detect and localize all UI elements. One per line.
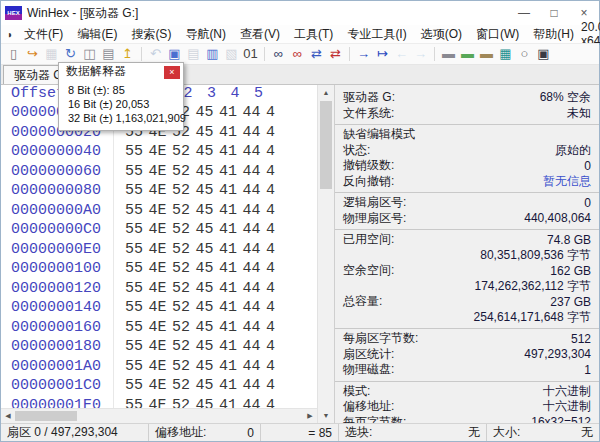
hex-byte[interactable]: 4E (149, 240, 173, 260)
horizontal-scrollbar[interactable]: ◀ ▶ (1, 408, 317, 423)
hex-byte[interactable]: 4E (149, 357, 173, 377)
hex-byte[interactable]: 45 (196, 279, 220, 299)
hex-byte[interactable]: 4E (149, 201, 173, 221)
hex-byte[interactable]: 44 (243, 181, 267, 201)
hex-byte[interactable]: 55 (125, 357, 149, 377)
hex-byte[interactable]: 44 (243, 123, 267, 143)
hex-byte[interactable]: 45 (196, 142, 220, 162)
popup-close-icon[interactable]: × (164, 66, 180, 79)
hex-byte[interactable]: 4E (149, 142, 173, 162)
hex-byte[interactable]: 44 (243, 376, 267, 396)
hex-byte[interactable]: 41 (219, 142, 243, 162)
find-hex-icon[interactable]: ∞ (288, 45, 307, 63)
copy-hex-icon[interactable]: ▧ (222, 45, 241, 63)
hex-byte[interactable]: 4E (149, 259, 173, 279)
hex-byte[interactable]: 4 (266, 318, 290, 338)
maximize-button[interactable]: □ (539, 1, 569, 25)
hex-byte[interactable]: 4 (266, 259, 290, 279)
hex-byte[interactable]: 55 (125, 298, 149, 318)
hex-byte[interactable]: 45 (196, 162, 220, 182)
binary-convert-icon[interactable]: 01 (241, 45, 260, 63)
hex-byte[interactable]: 52 (172, 396, 196, 409)
hex-byte[interactable]: 44 (243, 220, 267, 240)
disk-image-icon[interactable]: ◫ (80, 45, 99, 63)
hex-byte[interactable]: 4E (149, 318, 173, 338)
hex-byte[interactable]: 52 (172, 318, 196, 338)
hex-byte[interactable]: 44 (243, 279, 267, 299)
hex-byte[interactable]: 44 (243, 357, 267, 377)
save-icon[interactable]: ▦ (42, 45, 61, 63)
paste-write-icon[interactable]: ▤ (184, 45, 203, 63)
status-block-cell[interactable]: 选块: 无 (339, 424, 487, 441)
menu-item[interactable]: 选项(O) (414, 26, 469, 43)
hex-byte[interactable]: 4 (266, 337, 290, 357)
menu-item[interactable]: 搜索(S) (124, 26, 178, 43)
replace-text-icon[interactable]: ⇄ (307, 45, 326, 63)
hex-byte[interactable]: 55 (125, 376, 149, 396)
status-size-cell[interactable]: 大小: 无 (487, 424, 599, 441)
hex-byte[interactable]: 44 (243, 318, 267, 338)
scroll-down-icon[interactable]: ▼ (318, 408, 334, 423)
hex-byte[interactable]: 44 (243, 298, 267, 318)
hex-byte[interactable]: 55 (125, 181, 149, 201)
hex-byte[interactable]: 4 (266, 357, 290, 377)
hex-byte[interactable]: 55 (125, 220, 149, 240)
hex-byte[interactable]: 4 (266, 142, 290, 162)
hex-byte[interactable]: 4 (266, 220, 290, 240)
forward-icon[interactable]: → (411, 45, 430, 63)
hex-byte[interactable]: 41 (219, 201, 243, 221)
hex-byte[interactable]: 52 (172, 259, 196, 279)
hex-byte[interactable]: 4E (149, 279, 173, 299)
scroll-up-icon[interactable]: ▲ (318, 85, 334, 100)
hex-byte[interactable]: 45 (196, 298, 220, 318)
hex-byte[interactable]: 52 (172, 376, 196, 396)
hex-byte[interactable]: 4E (149, 337, 173, 357)
hex-byte[interactable]: 41 (219, 298, 243, 318)
hex-byte[interactable]: 52 (172, 337, 196, 357)
hex-byte[interactable]: 4E (149, 376, 173, 396)
minimize-button[interactable]: — (509, 1, 539, 25)
new-file-icon[interactable]: ▯ (4, 45, 23, 63)
hex-byte[interactable]: 55 (125, 162, 149, 182)
zoom-icon[interactable]: ○ (515, 45, 534, 63)
hex-byte[interactable]: 44 (243, 201, 267, 221)
hex-byte[interactable]: 41 (219, 357, 243, 377)
hex-byte[interactable]: 52 (172, 181, 196, 201)
hex-byte[interactable]: 4E (149, 220, 173, 240)
menu-item[interactable]: 窗口(W) (469, 26, 526, 43)
hex-byte[interactable]: 45 (196, 396, 220, 409)
hex-byte[interactable]: 4E (149, 162, 173, 182)
hex-byte[interactable]: 4 (266, 181, 290, 201)
document-menu-icon[interactable]: ◗ (7, 29, 13, 40)
hex-byte[interactable]: 45 (196, 240, 220, 260)
hex-byte[interactable]: 4 (266, 279, 290, 299)
hex-byte[interactable]: 4 (266, 201, 290, 221)
hex-byte[interactable]: 44 (243, 259, 267, 279)
copy-icon[interactable]: ▣ (165, 45, 184, 63)
hex-byte[interactable]: 41 (219, 396, 243, 409)
vscroll-thumb[interactable] (320, 101, 332, 189)
hex-byte[interactable]: 45 (196, 337, 220, 357)
hex-byte[interactable]: 52 (172, 279, 196, 299)
hex-byte[interactable]: 4E (149, 396, 173, 409)
hex-byte[interactable]: 55 (125, 259, 149, 279)
hex-byte[interactable]: 45 (196, 318, 220, 338)
snapshot-icon[interactable]: ▣ (534, 45, 553, 63)
hex-byte[interactable]: 55 (125, 279, 149, 299)
scroll-right-icon[interactable]: ▶ (303, 409, 317, 423)
hex-byte[interactable]: 41 (219, 240, 243, 260)
hex-byte[interactable]: 4 (266, 298, 290, 318)
back-icon[interactable]: ← (392, 45, 411, 63)
find-text-icon[interactable]: ∞ (269, 45, 288, 63)
hex-byte[interactable]: 45 (196, 220, 220, 240)
hex-byte[interactable]: 4 (266, 396, 290, 409)
goto-offset-icon[interactable]: → (354, 45, 373, 63)
menu-item[interactable]: 查看(V) (233, 26, 287, 43)
hex-byte[interactable]: 52 (172, 240, 196, 260)
hex-byte[interactable]: 52 (172, 201, 196, 221)
hex-byte[interactable]: 4 (266, 162, 290, 182)
hex-byte[interactable]: 44 (243, 337, 267, 357)
menu-item[interactable]: 文件(F) (17, 26, 70, 43)
hex-byte[interactable]: 41 (219, 279, 243, 299)
hex-byte[interactable]: 45 (196, 181, 220, 201)
